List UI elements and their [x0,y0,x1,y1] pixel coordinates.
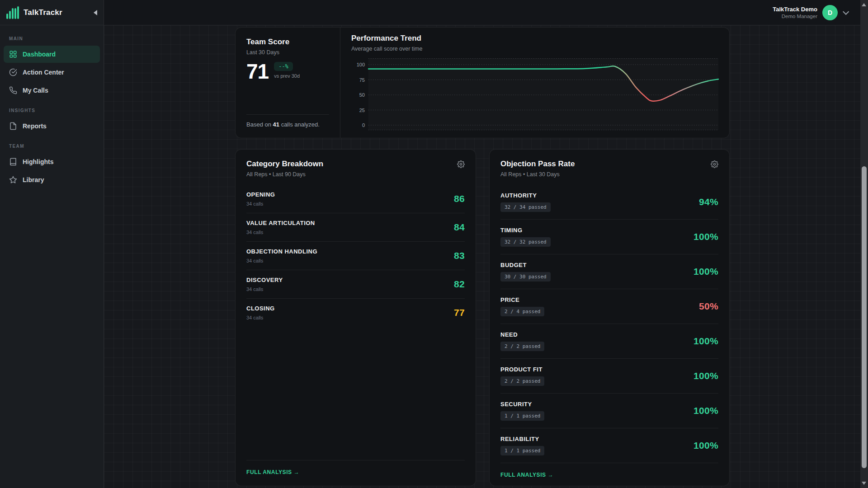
objection-pass-rate-subtitle: All Reps • Last 30 Days [500,171,575,178]
category-label: OPENING [246,191,275,198]
performance-chart: 1007550250 [351,58,718,130]
category-label: CLOSING [246,305,275,312]
chart-y-axis-labels: 1007550250 [351,58,368,130]
sidebar-item-label: Library [23,176,44,183]
performance-trend-panel: Performance Trend Average call score ove… [340,28,729,138]
sidebar-item-dashboard[interactable]: Dashboard [4,46,100,63]
nav-section-team: TEAM [0,139,104,152]
category-score: 77 [454,307,465,318]
team-score-subtitle: Last 30 Days [246,49,329,56]
nav-section-main: MAIN [0,32,104,45]
team-score-panel: Team Score Last 30 Days 71 --% vs prev 3… [236,28,340,138]
grid-icon [9,50,17,58]
document-icon [9,122,17,130]
scrollbar-down-icon[interactable] [862,482,866,485]
sidebar-item-label: My Calls [23,87,48,94]
objection-percentage: 100% [693,231,718,242]
y-tick-label: 50 [359,92,365,98]
avatar[interactable]: D [822,5,838,20]
objection-label: RELIABILITY [500,436,544,442]
category-label: VALUE ARTICULATION [246,220,315,226]
objection-passed-badge: 2 / 2 passed [500,376,544,386]
sidebar-nav: MAIN Dashboard Action Center My Calls IN… [0,25,104,199]
category-calls: 34 calls [246,315,275,320]
objection-row: TIMING 32 / 32 passed 100% [500,220,718,254]
objection-passed-badge: 2 / 2 passed [500,342,544,351]
sidebar-item-my-calls[interactable]: My Calls [4,82,100,99]
category-row: OBJECTION HANDLING 34 calls 83 [246,242,465,270]
user-profile[interactable]: TalkTrack Demo Demo Manager D [773,0,847,25]
objection-passed-badge: 30 / 30 passed [500,272,551,282]
topbar: TalkTrack Demo Demo Manager D [104,0,868,25]
sidebar-item-action-center[interactable]: Action Center [4,64,100,81]
objection-label: NEED [500,331,544,338]
category-calls: 34 calls [246,230,315,235]
performance-trend-title: Performance Trend [351,34,718,43]
sidebar-item-highlights[interactable]: Highlights [4,153,100,170]
objection-percentage: 100% [693,266,718,277]
objection-percentage: 94% [699,197,718,207]
objection-label: PRICE [500,296,544,303]
category-full-analysis-link[interactable]: FULL ANALYSIS → [246,469,299,475]
team-score-title: Team Score [246,38,329,47]
category-score: 84 [454,222,465,233]
objection-passed-badge: 2 / 4 passed [500,307,544,316]
app-title: TalkTrackr [24,8,62,17]
sidebar-item-label: Dashboard [23,51,56,58]
category-label: OBJECTION HANDLING [246,248,317,255]
objection-percentage: 50% [699,301,718,312]
objection-passed-badge: 1 / 1 passed [500,446,544,455]
phone-icon [9,86,17,94]
nav-section-insights: INSIGHTS [0,103,104,117]
performance-trend-subtitle: Average call score over time [351,46,718,52]
category-score: 86 [454,193,465,204]
chevron-down-icon[interactable] [843,9,849,15]
delta-badge: --% [274,62,293,71]
category-label: DISCOVERY [246,277,283,283]
objection-pass-rate-title: Objection Pass Rate [500,160,575,169]
category-score: 83 [454,250,465,261]
team-score-value: 71 [246,61,269,82]
objection-full-analysis-link[interactable]: FULL ANALYSIS → [500,472,553,478]
objection-row: RELIABILITY 1 / 1 passed 100% [500,428,718,463]
objection-percentage: 100% [693,336,718,347]
objection-passed-badge: 32 / 32 passed [500,237,551,247]
sidebar-item-label: Reports [23,122,47,130]
objection-rows: AUTHORITY 32 / 34 passed 94%TIMING 32 / … [500,185,718,463]
objection-label: PRODUCT FIT [500,366,544,373]
star-icon [9,176,17,184]
objection-passed-badge: 32 / 34 passed [500,202,551,212]
sidebar-item-reports[interactable]: Reports [4,117,100,135]
objection-percentage: 100% [693,405,718,416]
talktrackr-logo-icon [6,6,19,19]
objection-row: PRODUCT FIT 2 / 2 passed 100% [500,359,718,394]
vertical-scrollbar[interactable] [860,0,868,488]
delta-caption: vs prev 30d [274,73,300,79]
category-breakdown-card: Category Breakdown All Reps • Last 90 Da… [235,149,476,486]
sidebar-collapse-icon[interactable] [94,10,97,15]
y-tick-label: 75 [359,77,365,83]
book-icon [9,158,17,166]
user-role: Demo Manager [773,13,817,19]
category-rows: OPENING 34 calls 86 VALUE ARTICULATION 3… [246,185,465,327]
category-row: OPENING 34 calls 86 [246,185,465,213]
objection-row: AUTHORITY 32 / 34 passed 94% [500,185,718,220]
sidebar-item-label: Action Center [23,69,64,76]
category-row: VALUE ARTICULATION 34 calls 84 [246,213,465,242]
category-row: CLOSING 34 calls 77 [246,299,465,327]
scrollbar-thumb[interactable] [862,166,867,468]
y-tick-label: 0 [362,122,365,128]
category-row: DISCOVERY 34 calls 82 [246,270,465,299]
objection-row: NEED 2 / 2 passed 100% [500,324,718,359]
sidebar: TalkTrackr MAIN Dashboard Action Center … [0,0,104,488]
objection-percentage: 100% [693,440,718,451]
objection-row: PRICE 2 / 4 passed 50% [500,289,718,324]
category-calls: 34 calls [246,258,317,263]
sidebar-item-library[interactable]: Library [4,171,100,188]
objection-row: SECURITY 1 / 1 passed 100% [500,394,718,428]
chart-plot-area [368,58,718,130]
settings-gear-icon[interactable] [457,160,465,170]
scrollbar-up-icon[interactable] [862,3,866,6]
logo-row: TalkTrackr [0,0,104,25]
settings-gear-icon[interactable] [711,160,718,170]
